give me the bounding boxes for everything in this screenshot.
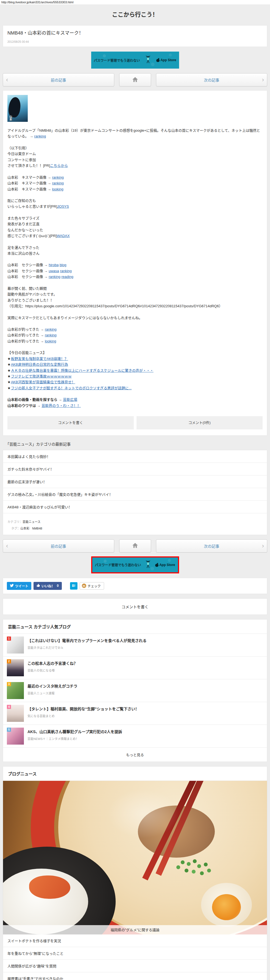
blog-title[interactable]: ここから行こう！ — [0, 5, 270, 25]
next-entry-label: 次の記事 — [204, 77, 219, 83]
thumbnail-figure — [8, 97, 22, 118]
write-comment-button[interactable]: コメントを書く — [7, 416, 134, 429]
popular-blog-item[interactable]: 3 最近のインスタ映えがコチラ芸能人ニュース速報 — [3, 679, 267, 702]
star-icon: ★ — [7, 369, 11, 372]
author-comment: 実際にキスマークだとしてもあまりイメージダウンにはならないかもしれませんね。 — [7, 315, 263, 321]
hatena-bookmark-button[interactable]: B! — [70, 582, 77, 590]
entry-nav-bottom: ‹ 前の記事 次の記事 › — [3, 539, 267, 552]
app-store-label: App Store — [155, 563, 175, 567]
blog-news-item[interactable]: 履歴書は"手書き"で出すべきなのか — [3, 972, 267, 980]
pr-link[interactable]: こちらから — [50, 164, 68, 168]
tag-link[interactable]: NMB48 — [32, 527, 42, 530]
ad-text: パスワード管理でもう迷わない — [94, 58, 140, 62]
rank-badge: 2 — [7, 659, 11, 663]
popular-thumb-image: 3 — [7, 682, 24, 699]
next-entry-label: 次の記事 — [204, 543, 219, 549]
steam — [107, 789, 179, 838]
entry-thumbnail-image[interactable]: 山本 — [7, 95, 28, 122]
list-item[interactable]: ガチった鈴木奈々がヤバイ！ — [3, 463, 267, 476]
twitter-bird-icon — [10, 584, 14, 588]
josys-link[interactable]: JOSYS — [57, 204, 69, 208]
blog-news-item[interactable]: 年を重ねてから"無理"になったこと — [3, 947, 267, 960]
news-link[interactable]: フジの新人女子アナが酷すぎる！ネットでのボロクソすぎる悪評が話題に... — [11, 386, 132, 390]
popular-blog-item[interactable]: 2 この松本人志の予言凄くね？芸能人の気になる噂 — [3, 657, 267, 679]
looking-link[interactable]: looking — [52, 187, 63, 191]
apple-icon — [155, 563, 158, 567]
star-icon: ★ — [7, 380, 11, 384]
blog-news-feature-image[interactable]: 福岡県の"グルメ"に関する議論 — [3, 781, 267, 934]
tweet-button[interactable]: ツイート — [7, 582, 31, 590]
star-icon: ★ — [7, 363, 11, 366]
blog-news-item[interactable]: スイートポテトを作る様子を実況 — [3, 934, 267, 947]
blog-link[interactable]: blog — [60, 263, 67, 267]
popular-blog-item[interactable]: 1 【これはいけない】電車内でカップラーメンを食べる人が発見される芸能ネタはこれ… — [3, 634, 267, 657]
news-heading: 【今日の芸能ニュース】 — [7, 350, 263, 356]
geino-hiroba-link[interactable]: 芸能広場 — [63, 398, 77, 402]
popular-more-button[interactable]: もっと見る — [3, 748, 267, 762]
facebook-like-button[interactable]: いいね！ 0 — [34, 582, 62, 590]
reading-link[interactable]: reading — [62, 275, 73, 279]
person-icon — [145, 56, 151, 65]
prev-entry-button[interactable]: ‹ 前の記事 — [3, 539, 114, 552]
blog-news-section: ブログニュース 福岡県の"グルメ"に関する議論 スイートポテトを作る様子を実況 … — [3, 766, 267, 980]
chevron-right-icon: › — [262, 77, 264, 83]
next-entry-button[interactable]: 次の記事 › — [156, 539, 268, 552]
entry-meta: カテゴリ：芸能ニュース タグ：山本彩NMB48 — [3, 513, 267, 535]
blog-news-item[interactable]: 人間関係が広がる"趣味"を質問 — [3, 960, 267, 972]
news-link[interactable]: AKB倉持明日香の日常的な変態行為 — [11, 363, 68, 366]
popular-blogs-heading: 芸能ニュース カテゴリ人気ブログ — [3, 619, 267, 634]
category-latest-heading: 「芸能ニュース」カテゴリの最新記事 — [5, 441, 265, 447]
hiroba-link[interactable]: hiroba — [49, 263, 59, 267]
star-icon: ★ — [7, 357, 11, 361]
comment-count-button[interactable]: コメント(0件) — [136, 416, 263, 429]
rank-badge: 1 — [7, 636, 11, 641]
news-link[interactable]: 板野友美も強制卒業でAKB崩壊！？ — [11, 357, 68, 361]
home-button[interactable] — [119, 539, 151, 552]
ranking-link[interactable]: ranking — [34, 134, 46, 138]
social-share-bar: ツイート いいね！ 0 B! m チェック — [3, 578, 267, 594]
uwasa-link[interactable]: uwasa — [49, 269, 59, 273]
ranking-link[interactable]: ranking — [45, 333, 57, 337]
entry-body: 山本 アイドルグループ「NMB48」の山本彩（19）が東京ドームコンサートの感想… — [3, 90, 267, 436]
list-item[interactable]: 本田翼はよく見たら微妙！ — [3, 450, 267, 463]
prev-entry-button[interactable]: ‹ 前の記事 — [3, 73, 114, 86]
entry-date: 2012/08/25 00:44 — [7, 40, 263, 43]
star-icon: ★ — [7, 386, 11, 390]
ranking-link[interactable]: ranking — [49, 275, 61, 279]
category-link[interactable]: 芸能ニュース — [22, 520, 40, 523]
list-item[interactable]: 最新の広末涼子が凄い！ — [3, 476, 267, 488]
person-icon — [145, 560, 151, 570]
quote-head: （以下引用） — [7, 145, 263, 151]
apple-icon — [156, 58, 160, 62]
write-comment-wide-button[interactable]: コメントを書く — [3, 598, 267, 615]
page-url: http://blog.livedoor.jp/kairi331/archive… — [0, 0, 270, 5]
list-item[interactable]: ゲスの極み乙女。・川谷絵音の「魔女の宅急便」キキ姿がヤバイ！ — [3, 488, 267, 501]
news-link[interactable]: フジテレビで放送事故ｗｗｗｗｗｗｗ — [11, 374, 72, 378]
ranking-link[interactable]: ranking — [52, 175, 64, 180]
looking-link[interactable]: looking — [45, 339, 56, 343]
news-link[interactable]: AKB河西智美が背面騎乗位で性器見せ！ — [11, 380, 75, 384]
popular-blog-item[interactable]: 5 AKS、山口真帆さん襲撃犯グループ実行犯の2人を提訴芸能NEWS＋｜エンタメ… — [3, 725, 267, 748]
mixi-check-button[interactable]: m チェック — [80, 582, 104, 590]
home-button[interactable] — [119, 73, 151, 86]
rank-badge: 3 — [7, 682, 11, 686]
feature-caption: 福岡県の"グルメ"に関する議論 — [3, 925, 267, 934]
geino-uwasa-link[interactable]: 芸能界のう・わ・さ！！ — [42, 404, 81, 408]
rank-badge: 5 — [7, 728, 11, 732]
wadax-link[interactable]: WADAX — [57, 234, 69, 238]
tag-link[interactable]: 山本彩 — [20, 527, 29, 530]
ranking-link[interactable]: ranking — [45, 327, 57, 331]
blog-news-heading: ブログニュース — [3, 767, 267, 781]
thumbnail-label: 山本 — [8, 115, 13, 121]
ad-banner-top[interactable]: パスワード管理でもう迷わない App Store — [91, 52, 179, 68]
list-item[interactable]: AKB48・渡辺麻友のすっぴんが可愛い！ — [3, 501, 267, 513]
app-store-label: App Store — [156, 58, 176, 62]
next-entry-button[interactable]: 次の記事 › — [156, 73, 268, 86]
ad-banner-bottom[interactable]: パスワード管理でもう迷わない App Store — [91, 557, 179, 573]
news-link[interactable]: ＡＫＢの壮絶な舞台裏を暴露！想像以上にハードすぎるスケジュールに驚きの声が・・・ — [11, 369, 153, 372]
ranking-link[interactable]: ranking — [60, 269, 72, 273]
popular-thumb-image: 5 — [7, 728, 24, 745]
popular-thumb-image: 4 — [7, 705, 24, 722]
ranking-link[interactable]: ranking — [52, 181, 64, 185]
popular-blog-item[interactable]: 4 【タレント】稲村亜美、開放的な“生脚”ショットをご覧下さい！気になる芸能まと… — [3, 702, 267, 725]
